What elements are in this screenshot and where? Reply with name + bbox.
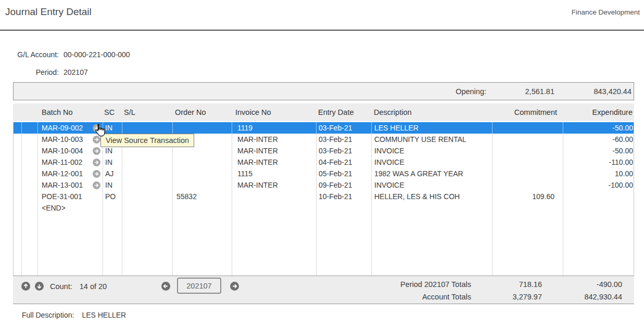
cell-entry-date: 03-Feb-21 xyxy=(317,145,372,156)
cell-sc: IN xyxy=(103,179,122,191)
cell-sl xyxy=(122,191,173,202)
table-header: Batch No SC S/L Order No Invoice No Entr… xyxy=(13,103,634,121)
gl-account-line: G/L Account: 00-000-221-000-000 xyxy=(13,50,130,59)
cell-description: INVOICE xyxy=(372,179,493,191)
cell-sl xyxy=(122,179,173,191)
gl-account-label: G/L Account: xyxy=(13,50,59,59)
cell-invoice-no xyxy=(232,191,317,202)
opening-balance-row: Opening: 2,561.81 843,420.44 xyxy=(13,82,634,100)
cell-invoice-no: 1119 xyxy=(232,122,317,134)
cell-invoice-no: MAR-INTER xyxy=(232,156,317,168)
cell-order-no: 55832 xyxy=(173,191,232,202)
cell-description: COMMUNITY USE RENTAL xyxy=(372,134,493,145)
table-row[interactable]: MAR-12-001 AJ 1115 05-Feb-21 1982 WAS A … xyxy=(14,168,634,179)
cell-entry-date: 05-Feb-21 xyxy=(317,168,372,179)
period-label: Period: xyxy=(13,68,59,76)
table-row[interactable]: MAR-09-002 IN 1119 03-Feb-21 LES HELLER … xyxy=(14,122,634,134)
account-totals-expenditure: 842,930.44 xyxy=(563,293,634,301)
cell-invoice-no: 1115 xyxy=(232,168,317,179)
view-source-icon[interactable] xyxy=(93,159,100,166)
cell-entry-date: 03-Feb-21 xyxy=(317,134,372,145)
cell-description: 1982 WAS A GREAT YEAR xyxy=(372,168,493,179)
cell-expenditure: 10.00 xyxy=(563,168,635,179)
cell-sl xyxy=(122,202,173,214)
cell-batch-no: POE-31-001 xyxy=(42,192,93,201)
table-row[interactable]: <END> xyxy=(14,202,634,214)
cell-batch-no: MAR-10-003 xyxy=(42,135,93,143)
period-line: Period: 202107 xyxy=(13,68,88,76)
cell-sl xyxy=(122,122,173,134)
cell-entry-date: 03-Feb-21 xyxy=(317,122,372,134)
col-header-entry-date: Entry Date xyxy=(316,108,371,116)
cell-entry-date: 10-Feb-21 xyxy=(317,191,372,202)
table-row[interactable]: MAR-11-002 IN MAR-INTER 04-Feb-21 INVOIC… xyxy=(14,156,634,168)
cell-expenditure: -50.00 xyxy=(563,145,635,156)
col-header-expenditure: Expenditure xyxy=(563,108,634,116)
cell-commitment xyxy=(493,134,563,145)
hand-cursor-icon xyxy=(93,123,106,139)
cell-expenditure: -60.00 xyxy=(563,134,635,145)
cell-order-no xyxy=(173,156,232,168)
cell-description xyxy=(372,202,493,214)
cell-entry-date: 04-Feb-21 xyxy=(317,156,372,168)
cell-batch-no: MAR-12-001 xyxy=(42,169,93,178)
table-row[interactable]: POE-31-001 PO 55832 10-Feb-21 HELLER, LE… xyxy=(14,191,634,202)
opening-commitment: 2,561.81 xyxy=(491,87,562,96)
cell-commitment xyxy=(493,179,563,191)
cell-description: LES HELLER xyxy=(372,122,493,134)
period-totals-expenditure: -490.00 xyxy=(563,280,634,289)
cell-sc: PO xyxy=(103,191,122,202)
cell-sc: IN xyxy=(103,156,122,168)
cell-commitment xyxy=(493,122,563,134)
col-header-invoice-no: Invoice No xyxy=(232,108,316,116)
col-header-sc: SC xyxy=(103,108,122,116)
cell-expenditure xyxy=(563,202,635,214)
cell-sc xyxy=(103,202,122,214)
period-value: 202107 xyxy=(64,68,88,76)
col-header-commitment: Commitment xyxy=(492,108,563,116)
cell-sc: AJ xyxy=(103,168,122,179)
cell-description: INVOICE xyxy=(372,156,493,168)
cell-invoice-no: MAR-INTER xyxy=(232,134,317,145)
opening-label: Opening: xyxy=(14,87,491,96)
cell-expenditure: -50.00 xyxy=(563,122,635,134)
cell-order-no xyxy=(173,179,232,191)
cell-invoice-no: MAR-INTER xyxy=(232,179,317,191)
cell-commitment xyxy=(493,202,563,214)
environment-label: Finance Development xyxy=(572,8,640,16)
cell-entry-date: 09-Feb-21 xyxy=(317,179,372,191)
cell-commitment xyxy=(493,145,563,156)
cell-batch-no: MAR-13-001 xyxy=(42,181,93,189)
cell-expenditure: -110.00 xyxy=(563,156,635,168)
period-totals-commitment: 718.16 xyxy=(492,280,563,289)
table-row[interactable]: MAR-13-001 IN MAR-INTER 09-Feb-21 INVOIC… xyxy=(14,179,634,191)
cell-order-no xyxy=(173,122,232,134)
cell-batch-no: MAR-11-002 xyxy=(42,158,93,166)
cell-batch-no: <END> xyxy=(42,204,93,212)
cell-batch-no: MAR-10-004 xyxy=(42,147,93,155)
cell-description: INVOICE xyxy=(372,145,493,156)
view-source-icon[interactable] xyxy=(93,147,100,155)
cell-entry-date xyxy=(317,202,372,214)
cell-order-no xyxy=(173,168,232,179)
gl-account-value: 00-000-221-000-000 xyxy=(64,50,130,59)
account-totals-label: Account Totals xyxy=(13,293,492,301)
cell-invoice-no xyxy=(232,202,317,214)
cell-commitment xyxy=(493,156,563,168)
col-header-batch-no: Batch No xyxy=(37,108,103,116)
cell-expenditure: -100.00 xyxy=(563,179,635,191)
col-header-sl: S/L xyxy=(122,108,172,116)
view-source-icon[interactable] xyxy=(93,181,100,189)
tooltip-text: View Source Transaction xyxy=(106,136,189,145)
full-description-line: Full Description: LES HELLER xyxy=(22,311,126,319)
totals: Period 202107 Totals 718.16 -490.00 Acco… xyxy=(13,278,634,303)
cell-description: HELLER, LES & HIS COH xyxy=(372,191,493,202)
view-source-icon[interactable] xyxy=(93,170,100,178)
full-description-label: Full Description: xyxy=(22,311,74,319)
full-description-value: LES HELLER xyxy=(82,311,126,319)
tooltip: View Source Transaction xyxy=(100,134,194,147)
cell-batch-no: MAR-09-002 xyxy=(42,124,93,132)
cell-commitment xyxy=(493,168,563,179)
footer-bar: Count: 14 of 20 Period 202107 Totals 718… xyxy=(13,276,634,304)
col-header-order-no: Order No xyxy=(172,108,232,116)
